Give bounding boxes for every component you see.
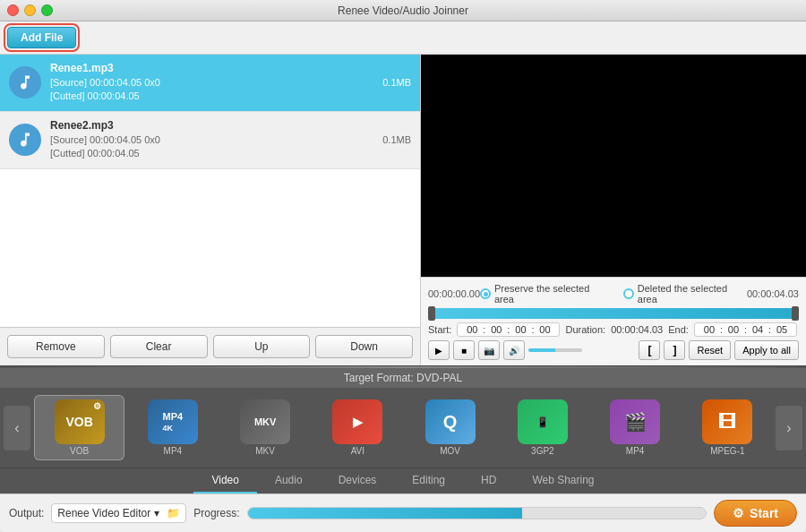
mkv-label: MKV — [255, 446, 275, 456]
timeline-fill — [428, 308, 799, 319]
format-next-arrow[interactable]: › — [776, 406, 802, 450]
file-info-2: Renee2.mp3 [Source] 00:00:04.05 0x0 [Cut… — [50, 119, 160, 161]
audio-icon-2 — [9, 124, 41, 156]
file-name-1: Renee1.mp3 — [50, 62, 160, 74]
end-ms-input[interactable] — [771, 324, 793, 335]
format-item-mp4[interactable]: MP44K MP4 — [128, 396, 217, 459]
format-prev-arrow[interactable]: ‹ — [4, 406, 30, 450]
preserve-options: Preserve the selected area Deleted the s… — [480, 283, 747, 305]
deleted-radio[interactable]: Deleted the selected area — [623, 283, 747, 305]
file-item-1[interactable]: Renee1.mp3 [Source] 00:00:04.05 0x0 [Cut… — [0, 55, 420, 112]
format-item-3gp[interactable]: 📱 3GP2 — [498, 396, 587, 459]
down-button[interactable]: Down — [315, 335, 413, 358]
reset-button[interactable]: Reset — [689, 340, 731, 360]
output-bar: Output: Renee Video Editor ▾ 📁 Progress:… — [0, 493, 806, 532]
start-gear-icon: ⚙ — [733, 506, 744, 520]
stop-button[interactable]: ■ — [453, 340, 475, 360]
volume-slider[interactable] — [528, 348, 582, 352]
duration-value: 00:00:04.03 — [611, 324, 663, 335]
minimize-button[interactable] — [24, 4, 36, 16]
start-label: Start — [750, 506, 778, 520]
close-button[interactable] — [7, 4, 19, 16]
output-select[interactable]: Renee Video Editor ▾ 📁 — [51, 503, 186, 523]
timeline-bar[interactable] — [428, 308, 799, 319]
end-m-input[interactable] — [723, 324, 744, 335]
apply-all-button[interactable]: Apply to all — [734, 340, 799, 360]
start-button[interactable]: ⚙ Start — [714, 500, 797, 527]
start-m-input[interactable] — [485, 324, 507, 335]
format-item-mkv[interactable]: MKV MKV — [221, 396, 310, 459]
tab-devices[interactable]: Devices — [321, 468, 395, 493]
target-format-label: Target Format: DVD-PAL — [344, 372, 462, 384]
mp4-label: MP4 — [164, 446, 183, 456]
file-info-1: Renee1.mp3 [Source] 00:00:04.05 0x0 [Cut… — [50, 62, 160, 104]
preserve-radio[interactable]: Preserve the selected area — [480, 283, 609, 305]
mov-icon: Q — [425, 399, 476, 444]
progress-label: Progress: — [193, 507, 239, 519]
volume-button[interactable]: 🔊 — [503, 340, 525, 360]
file-size-1: 0.1MB — [382, 77, 411, 88]
avi-icon: ▶ — [332, 399, 382, 444]
progress-fill — [248, 508, 523, 519]
vob-label: VOB — [70, 446, 89, 456]
right-panel: 00:00:00.00 Preserve the selected area D… — [421, 55, 806, 365]
start-h-input[interactable] — [461, 324, 483, 335]
play-button[interactable]: ▶ — [428, 340, 450, 360]
format-item-avi[interactable]: ▶ AVI — [313, 396, 402, 459]
format-item-mov[interactable]: Q MOV — [406, 396, 494, 459]
output-label: Output: — [9, 507, 44, 519]
mp4b-label: MP4 — [626, 446, 645, 456]
file-item-2[interactable]: Renee2.mp3 [Source] 00:00:04.05 0x0 [Cut… — [0, 112, 420, 169]
clear-button[interactable]: Clear — [110, 335, 208, 358]
timeline-handle-right[interactable] — [792, 306, 799, 321]
end-time-input[interactable]: : : : — [694, 322, 797, 337]
title-bar: Renee Video/Audio Joinner — [0, 0, 806, 21]
bracket-buttons: [ ] Reset Apply to all — [639, 340, 799, 360]
list-buttons: Remove Clear Up Down — [0, 327, 420, 365]
tab-hd[interactable]: HD — [463, 468, 514, 493]
output-folder-icon: 📁 — [167, 507, 180, 519]
timeline-top: 00:00:00.00 Preserve the selected area D… — [428, 283, 799, 305]
add-file-button[interactable]: Add File — [7, 27, 76, 48]
format-item-mp4b[interactable]: 🎬 MP4 — [591, 396, 680, 459]
bracket-right-button[interactable]: ] — [664, 340, 685, 360]
deleted-label: Deleted the selected area — [638, 283, 747, 305]
mpeg-icon: 🎞 — [702, 399, 752, 444]
maximize-button[interactable] — [41, 4, 53, 16]
up-button[interactable]: Up — [213, 335, 311, 358]
output-value: Renee Video Editor — [57, 507, 150, 519]
tab-video[interactable]: Video — [193, 468, 256, 493]
timeline-handle-left[interactable] — [428, 306, 435, 321]
format-item-vob[interactable]: VOB ⚙ VOB — [34, 395, 124, 460]
tab-editing[interactable]: Editing — [394, 468, 463, 493]
format-section: Target Format: DVD-PAL ‹ VOB ⚙ VOB MP44K… — [0, 365, 806, 493]
avi-label: AVI — [351, 446, 364, 456]
left-panel: Renee1.mp3 [Source] 00:00:04.05 0x0 [Cut… — [0, 55, 421, 365]
start-end-row: Start: : : : Duration: 00:00:04.03 End: — [428, 322, 799, 337]
start-time-input[interactable]: : : : — [457, 322, 560, 337]
tab-web-sharing[interactable]: Web Sharing — [514, 468, 612, 493]
camera-button[interactable]: 📷 — [478, 340, 500, 360]
bracket-left-button[interactable]: [ — [639, 340, 660, 360]
file-list: Renee1.mp3 [Source] 00:00:04.05 0x0 [Cut… — [0, 55, 420, 327]
video-preview — [421, 55, 806, 277]
3gp-icon: 📱 — [518, 399, 568, 444]
file-name-2: Renee2.mp3 — [50, 119, 160, 132]
start-ms-input[interactable] — [534, 324, 555, 335]
main-content: Renee1.mp3 [Source] 00:00:04.05 0x0 [Cut… — [0, 55, 806, 365]
start-s-input[interactable] — [510, 324, 531, 335]
progress-bar-container — [247, 507, 707, 519]
audio-icon-1 — [9, 66, 41, 99]
end-h-input[interactable] — [699, 324, 720, 335]
mpeg-label: MPEG-1 — [710, 446, 744, 456]
end-label: End: — [668, 324, 689, 335]
end-s-input[interactable] — [747, 324, 768, 335]
timeline-end-time: 00:00:04.03 — [747, 288, 799, 299]
file-meta-1: [Source] 00:00:04.05 0x0 — [50, 76, 160, 90]
tab-audio[interactable]: Audio — [257, 468, 321, 493]
output-dropdown-icon: ▾ — [154, 507, 159, 519]
file-size-2: 0.1MB — [382, 134, 411, 145]
format-item-mpeg[interactable]: 🎞 MPEG-1 — [683, 396, 772, 459]
format-tabs: Video Audio Devices Editing HD Web Shari… — [0, 468, 806, 493]
remove-button[interactable]: Remove — [7, 335, 105, 358]
